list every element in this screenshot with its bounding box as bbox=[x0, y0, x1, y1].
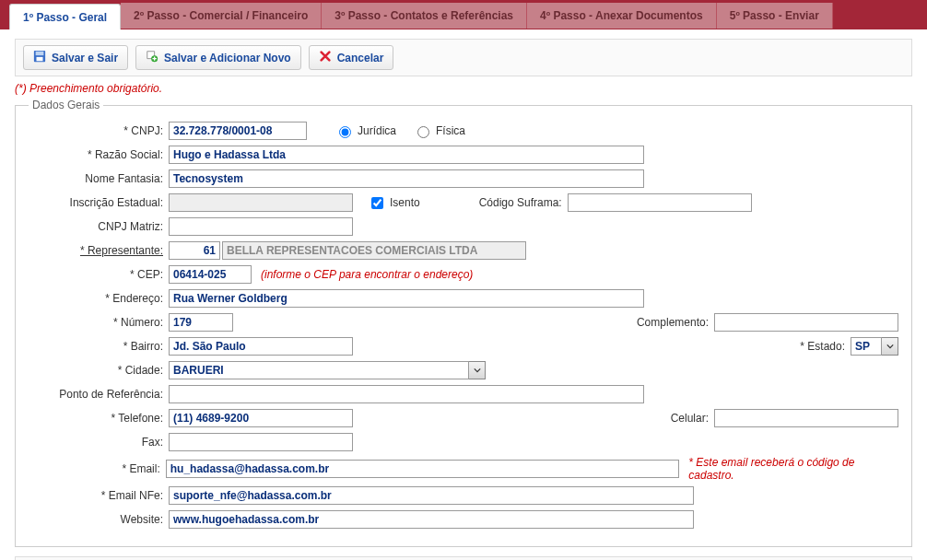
step-tabs: 1º Passo - Geral 2º Passo - Comercial / … bbox=[0, 0, 927, 29]
toolbar-top: Salvar e Sair Salvar e Adicionar Novo Ca… bbox=[15, 39, 912, 76]
pessoa-juridica-label: Jurídica bbox=[358, 124, 396, 137]
tab-step-3[interactable]: 3º Passo - Contatos e Referências bbox=[322, 3, 527, 29]
cancel-icon bbox=[319, 50, 332, 65]
representante-name-input bbox=[222, 241, 526, 260]
dados-gerais-group: Dados Gerais * CNPJ: Jurídica Física * R… bbox=[15, 99, 912, 547]
cidade-select[interactable] bbox=[169, 361, 469, 379]
fax-input[interactable] bbox=[169, 433, 353, 451]
endereco-input[interactable] bbox=[169, 289, 644, 308]
representante-code-input[interactable] bbox=[169, 241, 220, 260]
pessoa-fisica-radio[interactable] bbox=[417, 126, 429, 138]
inscricao-input[interactable] bbox=[169, 193, 353, 212]
bairro-label: * Bairro: bbox=[29, 340, 169, 353]
required-note: (*) Preenchimento obrigatório. bbox=[15, 82, 912, 95]
svg-rect-2 bbox=[37, 57, 43, 61]
pessoa-juridica-radio[interactable] bbox=[339, 126, 351, 138]
website-input[interactable] bbox=[169, 510, 694, 529]
representante-label: * Representante: bbox=[29, 244, 169, 257]
email-nfe-label: * Email NFe: bbox=[29, 489, 169, 502]
numero-input[interactable] bbox=[169, 313, 233, 332]
cep-input[interactable] bbox=[169, 265, 252, 284]
numero-label: * Número: bbox=[29, 316, 169, 329]
ponto-ref-label: Ponto de Referência: bbox=[29, 388, 169, 401]
cep-hint: (informe o CEP para encontrar o endereço… bbox=[261, 268, 473, 281]
bairro-input[interactable] bbox=[169, 337, 353, 356]
email-nfe-input[interactable] bbox=[169, 486, 694, 505]
suframa-input[interactable] bbox=[568, 193, 752, 212]
celular-label: Celular: bbox=[652, 412, 714, 425]
cnpj-label: * CNPJ: bbox=[29, 124, 169, 137]
cnpj-matriz-input[interactable] bbox=[169, 217, 353, 236]
tab-step-5[interactable]: 5º Passo - Enviar bbox=[717, 3, 833, 29]
dados-gerais-legend: Dados Gerais bbox=[29, 99, 103, 111]
celular-input[interactable] bbox=[714, 409, 898, 427]
fax-label: Fax: bbox=[29, 436, 169, 449]
razao-input[interactable] bbox=[169, 146, 644, 164]
email-hint: * Este email receberá o código de cadast… bbox=[679, 456, 898, 482]
isento-checkbox[interactable] bbox=[371, 197, 383, 209]
isento-label: Isento bbox=[390, 196, 420, 209]
cidade-label: * Cidade: bbox=[29, 364, 169, 377]
cnpj-input[interactable] bbox=[169, 122, 307, 140]
inscricao-label: Inscrição Estadual: bbox=[29, 196, 169, 209]
complemento-label: Complemento: bbox=[618, 316, 714, 329]
pessoa-fisica-label: Física bbox=[436, 124, 465, 137]
suframa-label: Código Suframa: bbox=[420, 196, 568, 209]
save-icon bbox=[33, 50, 46, 65]
endereco-label: * Endereço: bbox=[29, 292, 169, 305]
save-exit-label: Salvar e Sair bbox=[52, 52, 118, 64]
cancel-button[interactable]: Cancelar bbox=[309, 45, 394, 70]
svg-rect-1 bbox=[36, 52, 44, 55]
ponto-ref-input[interactable] bbox=[169, 385, 644, 403]
tab-step-4[interactable]: 4º Passo - Anexar Documentos bbox=[527, 3, 717, 29]
cep-label: * CEP: bbox=[29, 268, 169, 281]
razao-label: * Razão Social: bbox=[29, 148, 169, 161]
tab-step-2[interactable]: 2º Passo - Comercial / Financeiro bbox=[121, 3, 322, 29]
estado-select[interactable] bbox=[851, 337, 882, 356]
toolbar-bottom: Salvar e Sair Salvar e Adicionar Novo Ca… bbox=[15, 556, 912, 560]
tab-step-1[interactable]: 1º Passo - Geral bbox=[9, 4, 121, 29]
cancel-label: Cancelar bbox=[337, 52, 384, 64]
add-icon bbox=[146, 50, 158, 65]
telefone-input[interactable] bbox=[169, 409, 353, 427]
save-add-label: Salvar e Adicionar Novo bbox=[164, 52, 291, 64]
complemento-input[interactable] bbox=[714, 313, 898, 332]
save-add-button[interactable]: Salvar e Adicionar Novo bbox=[135, 45, 301, 70]
cnpj-matriz-label: CNPJ Matriz: bbox=[29, 220, 169, 233]
website-label: Website: bbox=[29, 513, 169, 526]
fantasia-input[interactable] bbox=[169, 169, 644, 188]
chevron-down-icon[interactable] bbox=[469, 361, 486, 379]
email-label: * Email: bbox=[29, 462, 166, 475]
fantasia-label: Nome Fantasia: bbox=[29, 172, 169, 185]
chevron-down-icon[interactable] bbox=[882, 337, 898, 356]
save-exit-button[interactable]: Salvar e Sair bbox=[23, 45, 128, 70]
estado-label: * Estado: bbox=[781, 340, 851, 353]
telefone-label: * Telefone: bbox=[29, 412, 169, 425]
email-input[interactable] bbox=[166, 460, 680, 478]
